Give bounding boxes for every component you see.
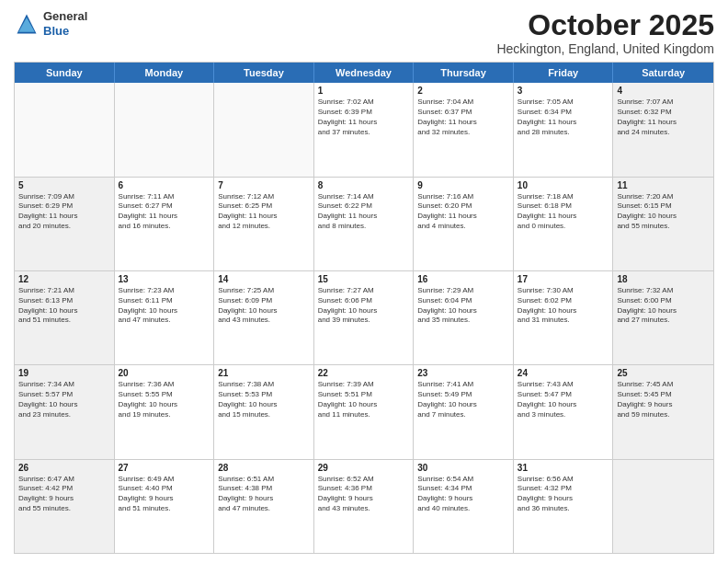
day-number: 14 [218, 274, 310, 284]
cell-sun-info: Sunrise: 7:36 AM Sunset: 5:55 PM Dayligh… [119, 380, 210, 419]
svg-marker-1 [18, 17, 35, 32]
calendar-cell-7: 7Sunrise: 7:12 AM Sunset: 6:25 PM Daylig… [214, 178, 314, 270]
cell-sun-info: Sunrise: 7:18 AM Sunset: 6:18 PM Dayligh… [518, 192, 609, 232]
calendar-row-4: 26Sunrise: 6:47 AM Sunset: 4:42 PM Dayli… [15, 460, 713, 553]
calendar-row-1: 5Sunrise: 7:09 AM Sunset: 6:29 PM Daylig… [15, 178, 713, 271]
logo-icon [14, 11, 40, 37]
header-day-tuesday: Tuesday [214, 63, 314, 83]
cell-sun-info: Sunrise: 7:45 AM Sunset: 5:45 PM Dayligh… [617, 380, 710, 419]
cell-sun-info: Sunrise: 7:07 AM Sunset: 6:32 PM Dayligh… [617, 98, 710, 137]
calendar-cell-empty-0-0 [15, 83, 115, 176]
cell-sun-info: Sunrise: 6:54 AM Sunset: 4:34 PM Dayligh… [417, 475, 509, 514]
day-number: 6 [119, 180, 210, 190]
calendar-cell-20: 20Sunrise: 7:36 AM Sunset: 5:55 PM Dayli… [115, 365, 215, 458]
calendar: SundayMondayTuesdayWednesdayThursdayFrid… [14, 62, 714, 554]
day-number: 27 [119, 463, 210, 473]
day-number: 19 [18, 368, 110, 378]
cell-sun-info: Sunrise: 7:12 AM Sunset: 6:25 PM Dayligh… [218, 192, 310, 232]
calendar-cell-15: 15Sunrise: 7:27 AM Sunset: 6:06 PM Dayli… [314, 271, 415, 364]
calendar-cell-22: 22Sunrise: 7:39 AM Sunset: 5:51 PM Dayli… [314, 365, 415, 458]
title-block: October 2025 Heckington, England, United… [496, 9, 714, 56]
cell-sun-info: Sunrise: 7:30 AM Sunset: 6:02 PM Dayligh… [518, 286, 609, 326]
cell-sun-info: Sunrise: 6:52 AM Sunset: 4:36 PM Dayligh… [318, 475, 410, 514]
day-number: 22 [318, 368, 410, 378]
calendar-cell-17: 17Sunrise: 7:30 AM Sunset: 6:02 PM Dayli… [514, 271, 614, 364]
cell-sun-info: Sunrise: 7:23 AM Sunset: 6:11 PM Dayligh… [119, 286, 210, 326]
day-number: 1 [318, 86, 410, 96]
day-number: 17 [518, 274, 609, 284]
cell-sun-info: Sunrise: 7:25 AM Sunset: 6:09 PM Dayligh… [218, 286, 310, 326]
calendar-cell-23: 23Sunrise: 7:41 AM Sunset: 5:49 PM Dayli… [414, 365, 514, 458]
cell-sun-info: Sunrise: 7:38 AM Sunset: 5:53 PM Dayligh… [218, 380, 310, 419]
calendar-cell-25: 25Sunrise: 7:45 AM Sunset: 5:45 PM Dayli… [613, 365, 713, 458]
day-number: 16 [417, 274, 509, 284]
day-number: 31 [518, 463, 609, 473]
header-day-thursday: Thursday [414, 63, 514, 83]
calendar-cell-31: 31Sunrise: 6:56 AM Sunset: 4:32 PM Dayli… [514, 460, 614, 553]
calendar-cell-18: 18Sunrise: 7:32 AM Sunset: 6:00 PM Dayli… [613, 271, 713, 364]
cell-sun-info: Sunrise: 7:39 AM Sunset: 5:51 PM Dayligh… [318, 380, 410, 419]
page: General Blue October 2025 Heckington, En… [0, 0, 728, 563]
calendar-cell-3: 3Sunrise: 7:05 AM Sunset: 6:34 PM Daylig… [514, 83, 614, 176]
cell-sun-info: Sunrise: 7:16 AM Sunset: 6:20 PM Dayligh… [417, 192, 509, 232]
calendar-cell-1: 1Sunrise: 7:02 AM Sunset: 6:39 PM Daylig… [314, 83, 415, 176]
day-number: 10 [518, 180, 609, 190]
day-number: 4 [617, 86, 710, 96]
calendar-cell-14: 14Sunrise: 7:25 AM Sunset: 6:09 PM Dayli… [214, 271, 314, 364]
calendar-cell-empty-0-1 [115, 83, 215, 176]
header-day-sunday: Sunday [15, 63, 115, 83]
header-day-friday: Friday [514, 63, 614, 83]
calendar-cell-4: 4Sunrise: 7:07 AM Sunset: 6:32 PM Daylig… [613, 83, 713, 176]
calendar-cell-19: 19Sunrise: 7:34 AM Sunset: 5:57 PM Dayli… [15, 365, 115, 458]
cell-sun-info: Sunrise: 6:47 AM Sunset: 4:42 PM Dayligh… [18, 475, 110, 514]
calendar-cell-empty-0-2 [214, 83, 314, 176]
day-number: 7 [218, 180, 310, 190]
header-day-saturday: Saturday [613, 63, 713, 83]
cell-sun-info: Sunrise: 6:51 AM Sunset: 4:38 PM Dayligh… [218, 475, 310, 514]
calendar-cell-29: 29Sunrise: 6:52 AM Sunset: 4:36 PM Dayli… [314, 460, 415, 553]
cell-sun-info: Sunrise: 7:05 AM Sunset: 6:34 PM Dayligh… [518, 98, 609, 137]
cell-sun-info: Sunrise: 6:56 AM Sunset: 4:32 PM Dayligh… [518, 475, 609, 514]
calendar-cell-30: 30Sunrise: 6:54 AM Sunset: 4:34 PM Dayli… [414, 460, 514, 553]
calendar-cell-empty-4-6 [613, 460, 713, 553]
calendar-cell-21: 21Sunrise: 7:38 AM Sunset: 5:53 PM Dayli… [214, 365, 314, 458]
cell-sun-info: Sunrise: 7:09 AM Sunset: 6:29 PM Dayligh… [18, 192, 110, 232]
day-number: 21 [218, 368, 310, 378]
calendar-cell-26: 26Sunrise: 6:47 AM Sunset: 4:42 PM Dayli… [15, 460, 115, 553]
day-number: 23 [417, 368, 509, 378]
cell-sun-info: Sunrise: 7:41 AM Sunset: 5:49 PM Dayligh… [417, 380, 509, 419]
day-number: 29 [318, 463, 410, 473]
calendar-cell-16: 16Sunrise: 7:29 AM Sunset: 6:04 PM Dayli… [414, 271, 514, 364]
header: General Blue October 2025 Heckington, En… [14, 9, 714, 56]
cell-sun-info: Sunrise: 7:29 AM Sunset: 6:04 PM Dayligh… [417, 286, 509, 326]
cell-sun-info: Sunrise: 7:20 AM Sunset: 6:15 PM Dayligh… [617, 192, 710, 232]
day-number: 24 [518, 368, 609, 378]
calendar-cell-28: 28Sunrise: 6:51 AM Sunset: 4:38 PM Dayli… [214, 460, 314, 553]
calendar-cell-5: 5Sunrise: 7:09 AM Sunset: 6:29 PM Daylig… [15, 178, 115, 270]
calendar-row-0: 1Sunrise: 7:02 AM Sunset: 6:39 PM Daylig… [15, 83, 713, 177]
calendar-cell-12: 12Sunrise: 7:21 AM Sunset: 6:13 PM Dayli… [15, 271, 115, 364]
cell-sun-info: Sunrise: 7:27 AM Sunset: 6:06 PM Dayligh… [318, 286, 410, 326]
day-number: 5 [18, 180, 110, 190]
day-number: 8 [318, 180, 410, 190]
header-day-monday: Monday [115, 63, 215, 83]
calendar-cell-8: 8Sunrise: 7:14 AM Sunset: 6:22 PM Daylig… [314, 178, 415, 270]
day-number: 28 [218, 463, 310, 473]
logo-text: General Blue [43, 9, 87, 38]
calendar-cell-11: 11Sunrise: 7:20 AM Sunset: 6:15 PM Dayli… [613, 178, 713, 270]
logo-blue: Blue [43, 24, 87, 39]
day-number: 15 [318, 274, 410, 284]
calendar-header: SundayMondayTuesdayWednesdayThursdayFrid… [15, 63, 713, 83]
day-number: 25 [617, 368, 710, 378]
day-number: 26 [18, 463, 110, 473]
cell-sun-info: Sunrise: 7:43 AM Sunset: 5:47 PM Dayligh… [518, 380, 609, 419]
cell-sun-info: Sunrise: 7:02 AM Sunset: 6:39 PM Dayligh… [318, 98, 410, 137]
logo-general: General [43, 9, 87, 24]
day-number: 18 [617, 274, 710, 284]
day-number: 20 [119, 368, 210, 378]
day-number: 11 [617, 180, 710, 190]
calendar-cell-6: 6Sunrise: 7:11 AM Sunset: 6:27 PM Daylig… [115, 178, 215, 270]
calendar-cell-10: 10Sunrise: 7:18 AM Sunset: 6:18 PM Dayli… [514, 178, 614, 270]
calendar-cell-9: 9Sunrise: 7:16 AM Sunset: 6:20 PM Daylig… [414, 178, 514, 270]
day-number: 3 [518, 86, 609, 96]
